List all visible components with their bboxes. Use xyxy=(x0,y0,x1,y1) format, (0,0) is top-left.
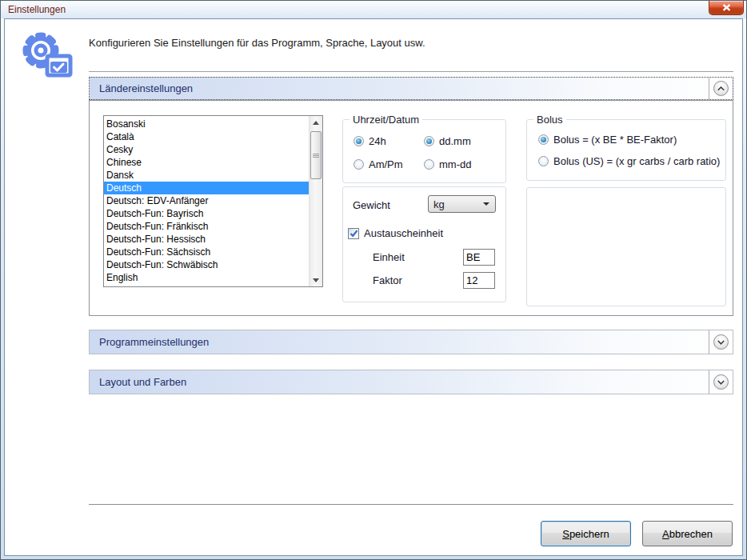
time-date-options: 24hdd.mmAm/Pmmm-dd xyxy=(354,135,471,170)
section-header-layout-und-farben[interactable]: Layout und Farben xyxy=(89,370,733,394)
radio-icon xyxy=(424,159,434,170)
einheit-label: Einheit xyxy=(373,251,405,263)
titlebar: Einstellungen xyxy=(1,1,746,18)
radio-icon xyxy=(538,156,549,166)
section-header-laendereinstellungen[interactable]: Ländereinstellungen xyxy=(89,77,733,100)
radio-label: 24h xyxy=(369,135,386,147)
radio-option[interactable]: dd.mm xyxy=(424,135,471,147)
radio-icon xyxy=(538,134,549,145)
scroll-up-button[interactable] xyxy=(310,116,322,129)
language-item[interactable]: Deutsch: EDV-Anfänger xyxy=(104,194,309,207)
empty-group xyxy=(526,187,726,306)
scroll-down-button[interactable] xyxy=(310,274,322,286)
speichern-button-label: Speichern xyxy=(562,528,609,540)
faktor-input[interactable] xyxy=(463,272,495,289)
radio-label: Am/Pm xyxy=(369,158,403,170)
einheit-input[interactable] xyxy=(463,249,495,266)
faktor-label: Faktor xyxy=(373,274,402,286)
settings-gear-icon xyxy=(18,30,75,79)
abbrechen-button-label: Abbrechen xyxy=(662,528,713,540)
settings-dialog: Einstellungen Konfigurieren Sie Einstell… xyxy=(0,0,747,560)
language-list[interactable]: BosanskiCatalàCeskyChineseDanskDeutschDe… xyxy=(103,115,323,287)
chevron-down-icon xyxy=(717,340,725,345)
radio-icon xyxy=(354,136,364,146)
language-item[interactable]: Bosanski xyxy=(104,118,309,130)
exchange-unit-label: Austauscheinheit xyxy=(364,227,443,239)
radio-option[interactable]: Bolus (US) = (x gr carbs / carb ratio) xyxy=(538,155,720,167)
language-item[interactable]: Deutsch-Fun: Schwäbisch xyxy=(104,258,309,271)
radio-option[interactable]: Am/Pm xyxy=(354,158,424,170)
weight-unit-value: kg xyxy=(429,198,483,210)
combo-triangle-down-icon xyxy=(483,202,489,206)
language-item[interactable]: Deutsch-Fun: Hessisch xyxy=(104,233,309,246)
section-title: Layout und Farben xyxy=(99,376,186,388)
header-separator xyxy=(89,71,733,72)
radio-label: dd.mm xyxy=(439,135,471,147)
section-title: Programmeinstellungen xyxy=(99,336,209,348)
grip-icon xyxy=(313,154,319,158)
bolus-options: Bolus = (x BE * BE-Faktor)Bolus (US) = (… xyxy=(538,134,720,167)
language-item[interactable]: Cesky xyxy=(104,143,309,156)
language-list-scrollbar[interactable] xyxy=(309,116,322,286)
weight-unit-combo[interactable]: kg xyxy=(428,195,496,213)
time-date-group-title: Uhrzeit/Datum xyxy=(350,114,422,126)
radio-label: mm-dd xyxy=(439,158,471,170)
bolus-group: Bolus Bolus = (x BE * BE-Faktor)Bolus (U… xyxy=(526,119,726,181)
radio-option[interactable]: mm-dd xyxy=(424,158,471,170)
chevron-up-icon xyxy=(717,86,725,91)
expand-section-button[interactable] xyxy=(713,374,729,390)
language-list-items: BosanskiCatalàCeskyChineseDanskDeutschDe… xyxy=(104,116,309,286)
radio-option[interactable]: Bolus = (x BE * BE-Faktor) xyxy=(538,134,720,146)
chevron-down-icon xyxy=(717,380,725,385)
window-title: Einstellungen xyxy=(8,4,66,15)
section-header-controls xyxy=(709,330,733,354)
section-title: Ländereinstellungen xyxy=(99,82,193,94)
section-header-controls xyxy=(709,78,733,99)
scrollbar-thumb[interactable] xyxy=(310,131,322,179)
radio-option[interactable]: 24h xyxy=(354,135,424,147)
weight-group: Gewicht kg Austauscheinheit Einheit Fakt… xyxy=(342,186,506,302)
header-divider xyxy=(709,370,709,394)
section-header-controls xyxy=(709,370,733,394)
header-divider xyxy=(709,330,709,354)
laendereinstellungen-panel: BosanskiCatalàCeskyChineseDanskDeutschDe… xyxy=(89,100,733,316)
bolus-group-title: Bolus xyxy=(533,114,566,126)
collapse-section-button[interactable] xyxy=(713,81,729,96)
expand-section-button[interactable] xyxy=(713,334,729,350)
dialog-description: Konfigurieren Sie Einstellungen für das … xyxy=(89,37,425,49)
exchange-unit-checkbox[interactable]: Austauscheinheit xyxy=(348,227,443,239)
close-button[interactable] xyxy=(709,1,744,15)
triangle-down-icon xyxy=(313,278,319,282)
language-item[interactable]: English xyxy=(104,271,309,284)
language-item[interactable]: Dansk xyxy=(104,169,309,182)
triangle-up-icon xyxy=(313,121,319,125)
radio-label: Bolus (US) = (x gr carbs / carb ratio) xyxy=(553,155,720,167)
footer-separator xyxy=(89,504,733,505)
header-divider xyxy=(709,78,709,99)
weight-label: Gewicht xyxy=(353,199,390,211)
language-item[interactable]: Deutsch xyxy=(104,182,309,194)
language-item[interactable]: Català xyxy=(104,130,309,143)
language-item[interactable]: Deutsch-Fun: Bayrisch xyxy=(104,207,309,220)
abbrechen-button[interactable]: Abbrechen xyxy=(642,521,733,546)
speichern-button[interactable]: Speichern xyxy=(541,521,631,546)
dialog-body: Konfigurieren Sie Einstellungen für das … xyxy=(4,18,743,556)
close-x-icon xyxy=(722,4,731,11)
radio-icon xyxy=(424,136,434,146)
section-header-programmeinstellungen[interactable]: Programmeinstellungen xyxy=(89,330,733,354)
language-item[interactable]: Deutsch-Fun: Sächsisch xyxy=(104,246,309,258)
language-item[interactable]: Deutsch-Fun: Fränkisch xyxy=(104,220,309,233)
radio-label: Bolus = (x BE * BE-Faktor) xyxy=(553,134,677,146)
checkbox-check-icon xyxy=(348,228,359,239)
language-item[interactable]: Chinese xyxy=(104,156,309,169)
time-date-group: Uhrzeit/Datum 24hdd.mmAm/Pmmm-dd xyxy=(342,119,506,183)
radio-icon xyxy=(354,159,364,170)
